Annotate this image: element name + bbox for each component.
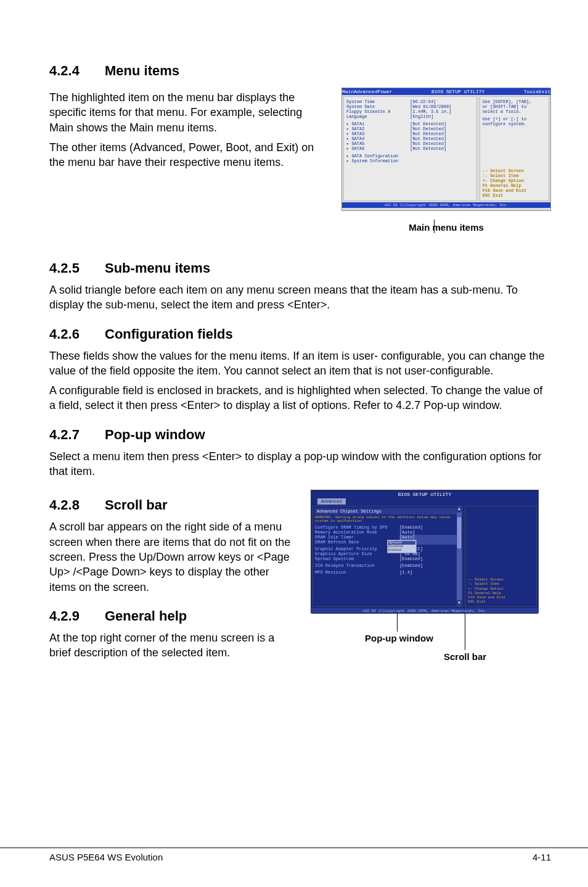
footer-right: 4-11 bbox=[533, 852, 551, 862]
heading-429: 4.2.9General help bbox=[49, 608, 298, 624]
p-427-1: Select a menu item then press <Enter> to… bbox=[49, 449, 551, 479]
scrollbar-up-icon[interactable]: ▲ bbox=[457, 506, 462, 513]
caption-main-menu-items: Main menu items bbox=[341, 222, 551, 233]
heading-424: 4.2.4Menu items bbox=[49, 63, 551, 79]
popup-window-overlay: Options Disabled Enabled bbox=[387, 540, 417, 553]
caption-scroll-bar: Scroll bar bbox=[444, 651, 486, 662]
bios-advanced-screenshot: BIOS SETUP UTILITY Advanced Advanced Chi… bbox=[311, 490, 539, 613]
heading-426: 4.2.6Configuration fields bbox=[49, 326, 551, 342]
p-424-1: The highlighted item on the menu bar dis… bbox=[49, 90, 329, 135]
p-424-2: The other items (Advanced, Power, Boot, … bbox=[49, 140, 329, 170]
caption-popup-window: Pop-up window bbox=[365, 633, 433, 643]
heading-428: 4.2.8Scroll bar bbox=[49, 497, 298, 513]
bios-main-screenshot: Main Advanced Power BIOS SETUP UTILITY T… bbox=[341, 88, 551, 211]
scrollbar-thumb[interactable] bbox=[457, 518, 461, 548]
heading-427: 4.2.7Pop-up window bbox=[49, 427, 551, 443]
p-425-1: A solid triangle before each item on any… bbox=[49, 283, 551, 313]
page-footer: ASUS P5E64 WS Evolution 4-11 bbox=[0, 848, 588, 862]
p-426-1: These fields show the values for the men… bbox=[49, 349, 551, 379]
p-429-1: At the top right corner of the menu scre… bbox=[49, 630, 298, 661]
scrollbar[interactable]: ▲ ▼ bbox=[457, 506, 462, 606]
scrollbar-down-icon[interactable]: ▼ bbox=[457, 600, 462, 606]
p-428-1: A scroll bar appears on the right side o… bbox=[49, 519, 298, 594]
heading-425: 4.2.5Sub-menu items bbox=[49, 260, 551, 276]
footer-left: ASUS P5E64 WS Evolution bbox=[49, 852, 163, 862]
p-426-2: A configurable field is enclosed in brac… bbox=[49, 383, 551, 413]
